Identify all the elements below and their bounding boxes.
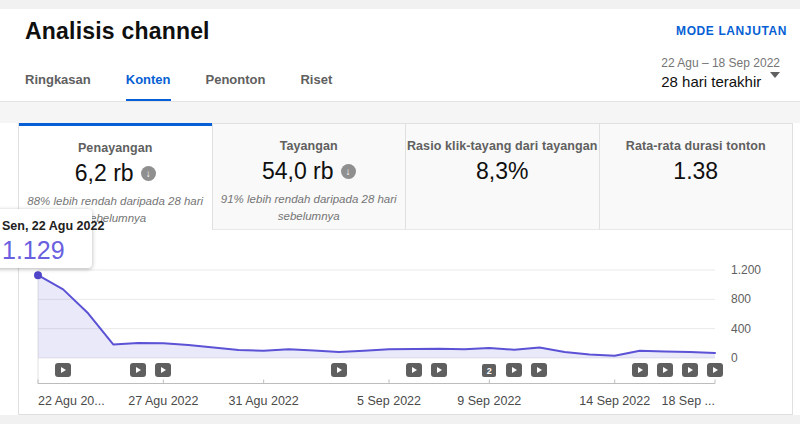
metric-cards-row: Penayangan 6,2 rb ↓ 88% lebih rendah dar… <box>19 123 792 230</box>
metric-value: 6,2 rb <box>75 160 134 187</box>
arrow-down-circle-icon: ↓ <box>341 164 356 179</box>
video-publish-marker[interactable] <box>707 363 723 377</box>
play-icon <box>412 367 417 373</box>
video-publish-marker[interactable] <box>506 363 522 377</box>
metric-label: Rasio klik-tayang dari tayangan <box>406 139 599 153</box>
play-icon <box>136 367 141 373</box>
advanced-mode-link[interactable]: MODE LANJUTAN <box>676 24 787 38</box>
video-publish-marker[interactable] <box>130 363 146 377</box>
arrow-down-circle-icon: ↓ <box>141 166 156 181</box>
area-fill <box>38 275 715 358</box>
metric-label: Penayangan <box>19 141 212 155</box>
date-range-preset: 28 hari terakhir <box>661 73 780 90</box>
date-range-selector[interactable]: 22 Agu – 18 Sep 2022 28 hari terakhir <box>661 56 780 90</box>
video-publish-marker[interactable] <box>657 363 673 377</box>
play-icon <box>61 367 66 373</box>
video-publish-marker[interactable] <box>55 363 71 377</box>
metric-value: 8,3% <box>476 158 528 185</box>
x-axis-label: 27 Agu 2022 <box>128 394 198 408</box>
x-axis-label: 14 Sep 2022 <box>579 394 650 408</box>
play-icon <box>512 367 517 373</box>
x-axis-label: 18 Sep ... <box>661 394 715 408</box>
tab-ringkasan[interactable]: Ringkasan <box>25 72 91 102</box>
x-axis-label: 5 Sep 2022 <box>357 394 421 408</box>
tab-konten[interactable]: Konten <box>126 72 171 102</box>
video-publish-marker[interactable] <box>155 363 171 377</box>
tab-divider <box>0 101 800 102</box>
tooltip-date: Sen, 22 Agu 2022 <box>2 219 84 233</box>
y-axis-label: 0 <box>731 351 738 365</box>
x-axis-label: 22 Agu 20... <box>38 394 105 408</box>
metric-card-rasio-klik[interactable]: Rasio klik-tayang dari tayangan 8,3% <box>405 123 599 230</box>
data-line <box>38 275 715 356</box>
play-icon <box>688 367 693 373</box>
analytics-tabs: Ringkasan Konten Penonton Riset <box>25 72 367 102</box>
y-axis-label: 800 <box>731 292 751 306</box>
video-publish-marker[interactable] <box>632 363 648 377</box>
metric-value: 54,0 rb <box>262 158 334 185</box>
play-icon <box>713 367 718 373</box>
x-axis-label: 9 Sep 2022 <box>457 394 521 408</box>
tooltip-value: 1.129 <box>2 236 84 265</box>
x-axis-label: 31 Agu 2022 <box>229 394 299 408</box>
y-axis-label: 400 <box>731 322 751 336</box>
chart-tooltip: Sen, 22 Agu 2022 1.129 <box>0 209 92 268</box>
section-divider-band <box>0 102 800 123</box>
views-chart: 04008001.20022 Agu 20...27 Agu 202231 Ag… <box>18 230 793 424</box>
selected-data-point[interactable] <box>34 271 42 279</box>
play-icon <box>337 367 342 373</box>
top-strip <box>0 0 800 9</box>
metric-value: 1.38 <box>673 158 718 185</box>
video-cluster-marker[interactable]: 2 <box>482 364 496 377</box>
metric-note: 91% lebih rendah daripada 28 hari sebelu… <box>219 191 399 224</box>
caret-down-icon[interactable] <box>770 72 780 78</box>
metric-label: Rata-rata durasi tonton <box>600 139 793 153</box>
play-icon <box>537 367 542 373</box>
date-range-text: 22 Agu – 18 Sep 2022 <box>661 56 780 70</box>
y-axis-label: 1.200 <box>731 263 761 277</box>
metric-card-tayangan[interactable]: Tayangan 54,0 rb ↓ 91% lebih rendah dari… <box>212 123 406 230</box>
metric-card-durasi-tonton[interactable]: Rata-rata durasi tonton 1.38 <box>599 123 793 230</box>
video-publish-marker[interactable] <box>682 363 698 377</box>
video-publish-marker[interactable] <box>531 363 547 377</box>
metric-label: Tayangan <box>213 139 406 153</box>
video-publish-marker[interactable] <box>406 363 422 377</box>
tab-penonton[interactable]: Penonton <box>206 72 266 102</box>
play-icon <box>437 367 442 373</box>
video-publish-marker[interactable] <box>431 363 447 377</box>
play-icon <box>663 367 668 373</box>
analytics-page: Analisis channel MODE LANJUTAN Ringkasan… <box>0 0 800 424</box>
video-publish-marker[interactable] <box>331 363 347 377</box>
tab-riset[interactable]: Riset <box>300 72 332 102</box>
play-icon <box>161 367 166 373</box>
page-title: Analisis channel <box>25 18 210 45</box>
play-icon <box>638 367 643 373</box>
